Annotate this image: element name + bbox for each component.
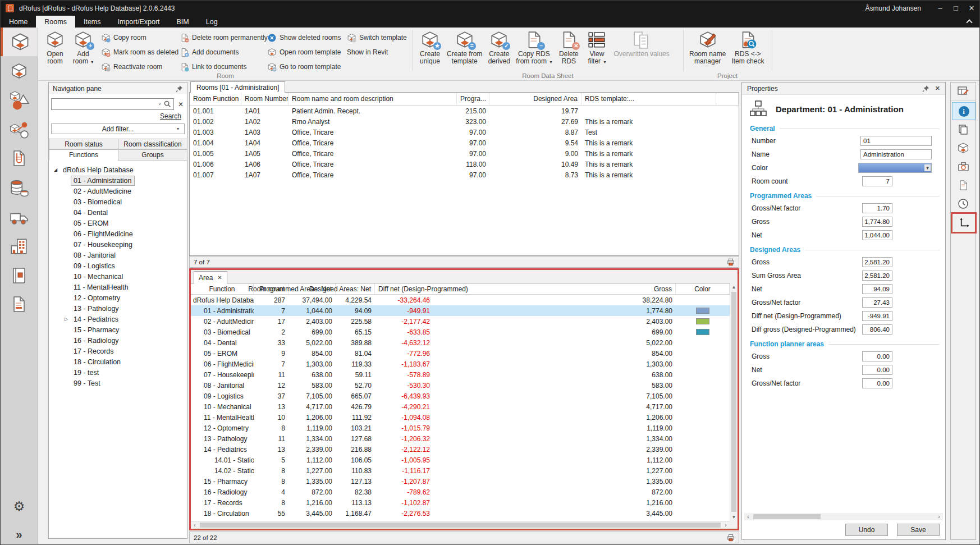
area-vertical-scrollbar[interactable]: ▲ ▼	[730, 283, 738, 521]
property-input[interactable]	[858, 163, 932, 173]
column-designed-area[interactable]: Designed Area	[489, 93, 581, 105]
room-row[interactable]: 01.001 1A01 Patient Admin. Recept. 215.0…	[190, 106, 739, 116]
area-row[interactable]: 10 - Mechanical 13 4,717.00 426.79 -4,29…	[191, 401, 730, 412]
show-in-revit-button[interactable]: Show in Revit	[347, 45, 407, 59]
print-icon[interactable]	[727, 258, 735, 266]
area-row[interactable]: 08 - Janitorial 12 583.00 52.70 -530.30 …	[191, 380, 730, 391]
close-button[interactable]: ✕	[964, 4, 979, 12]
scroll-left-icon[interactable]: ‹	[191, 522, 199, 528]
property-input[interactable]: 27.43	[862, 297, 892, 308]
menu-tab-bim[interactable]: BIM	[168, 16, 198, 28]
pin-icon[interactable]	[922, 85, 929, 93]
column-room-name[interactable]: Room name and room description	[288, 93, 457, 105]
tree-item[interactable]: 01 - Administration	[49, 175, 187, 186]
room-row[interactable]: 01.007 1A07 Office, Tricare 97.00 8.73 T…	[190, 170, 739, 180]
area-tab-button[interactable]	[952, 214, 975, 232]
area-row[interactable]: 13 - Pathology 11 1,334.00 127.68 -1,206…	[191, 433, 730, 444]
property-input[interactable]: 94.09	[862, 284, 892, 294]
sidebar-item-systems[interactable]	[1, 115, 38, 144]
area-row[interactable]: 14.01 - Station A 5 1,112.00 106.05 -1,0…	[191, 455, 730, 465]
info-tab-button[interactable]: i	[952, 103, 975, 120]
rds-item-check-button[interactable]: RDS <->Item check	[729, 29, 767, 65]
column-function[interactable]: Function	[191, 283, 254, 294]
room-row[interactable]: 01.006 1A06 Office, Tricare 118.00 10.49…	[190, 159, 739, 170]
sidebar-item-documents[interactable]	[1, 144, 38, 173]
room-row[interactable]: 01.004 1A04 Office, Tricare 97.00 9.54 T…	[190, 138, 739, 148]
close-icon[interactable]: ✕	[217, 274, 222, 281]
copy-room-button[interactable]: Copy room	[101, 30, 178, 45]
area-row[interactable]: 16 - Radiology 4 872.00 82.38 -789.62 87…	[191, 487, 730, 497]
copy-rds-from-room-button[interactable]: − Copy RDSfrom room ▾	[513, 29, 555, 66]
tab-room-classification[interactable]: Room classification	[118, 139, 187, 149]
chevron-down-icon[interactable]: ˅	[158, 102, 161, 107]
area-row[interactable]: 09 - Logistics 37 7,105.00 665.07 -6,439…	[191, 391, 730, 401]
property-input[interactable]: 1,774.80	[862, 217, 892, 227]
sidebar-item-items[interactable]	[1, 86, 38, 115]
mark-room-deleted-button[interactable]: Mark room as deleted	[101, 45, 178, 59]
area-row[interactable]: 04 - Dental 33 5,022.00 389.88 -4,632.12…	[191, 337, 730, 348]
tree-item[interactable]: 11 - MentalHealth	[49, 282, 187, 292]
area-row[interactable]: 07 - Housekeeping 11 638.00 59.11 -578.8…	[191, 369, 730, 380]
create-derived-button[interactable]: ✓ Createderived	[485, 29, 513, 65]
scroll-down-icon[interactable]: ▼	[730, 513, 738, 521]
property-input[interactable]: 1,044.00	[862, 230, 892, 240]
undo-button[interactable]: Undo	[845, 524, 888, 536]
tree-item[interactable]: 07 - Housekeeping	[49, 239, 187, 250]
layout-manager-button[interactable]	[951, 83, 976, 101]
sidebar-item-finance[interactable]	[1, 173, 38, 202]
pin-icon[interactable]	[176, 85, 183, 93]
area-row[interactable]: 02 - AdultMedicine 17 2,403.00 225.58 -2…	[191, 316, 730, 327]
documents-tab-button[interactable]	[951, 177, 976, 194]
minimize-button[interactable]: –	[932, 4, 948, 12]
tree-item[interactable]: 15 - Pharmacy	[49, 324, 187, 335]
tree-item[interactable]: 16 - Radiology	[49, 335, 187, 346]
tree-item[interactable]: 08 - Janitorial	[49, 250, 187, 260]
area-row[interactable]: 12 - Optometry 8 1,119.00 103.21 -1,015.…	[191, 423, 730, 433]
area-row[interactable]: 14.02 - Station B 8 1,227.00 110.83 -1,1…	[191, 465, 730, 476]
property-input[interactable]: -949.91	[862, 311, 892, 321]
model-tab-button[interactable]	[951, 140, 976, 157]
tree-item[interactable]: 04 - Dental	[49, 207, 187, 218]
clear-search-icon[interactable]: ✕	[178, 100, 184, 108]
open-room-template-button[interactable]: Open room template	[267, 45, 341, 59]
area-row[interactable]: dRofus Help Database 287 37,494.00 4,229…	[191, 295, 730, 305]
area-row[interactable]: 06 - FlightMedicine 7 1,303.00 119.33 -1…	[191, 359, 730, 369]
property-input[interactable]: 7	[862, 176, 892, 186]
tree-item[interactable]: 13 - Pathology	[49, 303, 187, 314]
property-input[interactable]: 0.00	[862, 365, 892, 375]
tree-item[interactable]: 17 - Records	[49, 346, 187, 356]
create-unique-button[interactable]: ★ Createunique	[416, 29, 444, 65]
property-input[interactable]: 0.00	[862, 351, 892, 361]
sidebar-item-reports[interactable]	[1, 290, 38, 319]
area-row[interactable]: 03 - Biomedical 2 699.00 65.15 -633.85 6…	[191, 327, 730, 337]
tree-item[interactable]: 19 - test	[49, 367, 187, 378]
tab-functions[interactable]: Functions	[49, 149, 118, 161]
tree-item[interactable]: 18 - Circulation	[49, 356, 187, 367]
property-input[interactable]: 0.00	[862, 378, 892, 388]
images-tab-button[interactable]	[951, 158, 976, 175]
open-room-button[interactable]: Openroom	[41, 29, 69, 65]
tree-expander-icon[interactable]: ▷	[62, 317, 71, 322]
room-row[interactable]: 01.003 1A03 Office, Tricare 97.00 8.87 T…	[190, 127, 739, 138]
area-row[interactable]: 18 - Circulation 55 3,445.00 1,168.47 -2…	[191, 508, 730, 519]
area-tab[interactable]: Area ✕	[194, 271, 227, 283]
add-documents-button[interactable]: Add documents	[180, 45, 268, 59]
tree-item[interactable]: 06 - FlightMedicine	[49, 228, 187, 239]
column-room-number[interactable]: Room Number	[241, 93, 288, 105]
area-horizontal-scrollbar[interactable]: ‹ ›	[191, 521, 730, 529]
tree-item[interactable]: 12 - Optometry	[49, 292, 187, 303]
search-icon[interactable]	[164, 100, 171, 108]
delete-room-permanently-button[interactable]: Delete room permanently	[180, 30, 268, 45]
sidebar-expand-button[interactable]: »	[1, 520, 38, 545]
sidebar-item-room-templates[interactable]	[1, 57, 38, 85]
tab-room-status[interactable]: Room status	[49, 139, 118, 149]
create-from-template-button[interactable]: = Create fromtemplate	[444, 29, 485, 65]
menu-tab-import-export[interactable]: Import/Export	[109, 16, 168, 28]
sidebar-item-settings[interactable]: ⚙	[1, 492, 38, 521]
delete-rds-button[interactable]: ✕ DeleteRDS	[555, 29, 583, 65]
overwritten-values-button[interactable]: Overwritten values	[611, 29, 672, 58]
menu-tab-home[interactable]: Home	[1, 16, 36, 28]
collapse-ribbon-button[interactable]	[967, 16, 972, 28]
properties-horizontal-scrollbar[interactable]: ‹ ›	[744, 513, 943, 520]
search-link[interactable]: Search	[49, 110, 187, 120]
